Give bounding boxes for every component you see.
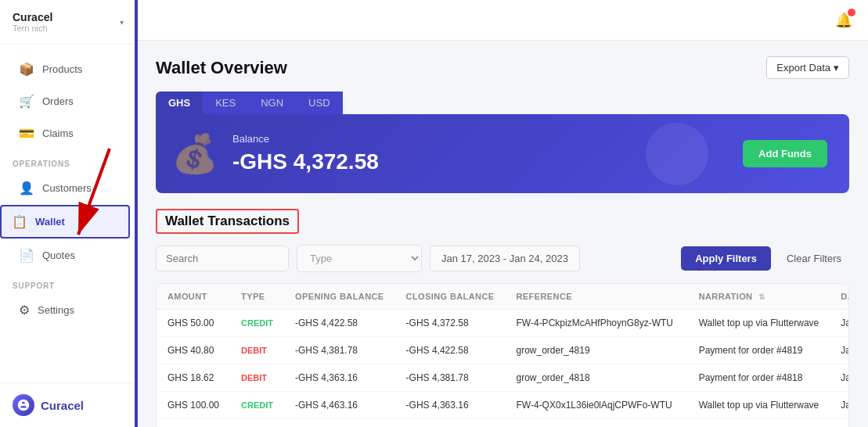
sidebar-item-products[interactable]: 📦 Products (6, 54, 130, 84)
card-bg-circle (646, 123, 708, 185)
cell-type: CREDIT (230, 419, 284, 428)
table-row: GHS 500.00 CREDIT -GHS 4,963.16 -GHS 4,4… (157, 419, 849, 428)
cell-narration: Wallet top up via Flutterwave (688, 392, 830, 419)
transactions-table: AMOUNT TYPE OPENING BALANCE CLOSING BALA… (157, 284, 849, 427)
curacel-logo-icon (13, 394, 34, 416)
add-funds-button[interactable]: Add Funds (743, 140, 827, 167)
col-closing: CLOSING BALANCE (395, 284, 506, 310)
search-input[interactable] (156, 246, 289, 271)
sidebar-item-quotes[interactable]: 📄 Quotes (6, 240, 130, 271)
sidebar-item-label: Wallet (35, 216, 65, 228)
cell-narration: Wallet top up via Flutterwave (688, 419, 830, 428)
cell-amount: GHS 100.00 (157, 392, 230, 419)
cell-opening: -GHS 4,381.78 (284, 337, 395, 364)
cell-amount: GHS 18.62 (157, 364, 230, 392)
col-date: DATE (830, 284, 849, 310)
sidebar-item-label: Orders (42, 95, 74, 107)
col-opening: OPENING BALANCE (284, 284, 395, 310)
settings-icon: ⚙ (19, 303, 30, 318)
cell-closing: -GHS 4,372.58 (395, 310, 506, 337)
table-header-row: AMOUNT TYPE OPENING BALANCE CLOSING BALA… (157, 284, 849, 310)
cell-reference: FW-4-QX0x1L36ie0lAqjCPWFo-WTU (506, 392, 688, 419)
cell-reference: FW-4-dFsUPkm3fRhKk7ozG463-WTU (506, 419, 688, 428)
cell-type: CREDIT (230, 392, 284, 419)
cell-narration: Payment for order #4819 (688, 337, 830, 364)
sidebar: Curacel Tern nich ▾ 📦 Products 🛒 Orders … (0, 0, 137, 427)
cell-type: CREDIT (230, 310, 284, 337)
col-amount: AMOUNT (157, 284, 230, 310)
sidebar-item-wallet[interactable]: 📋 Wallet (0, 205, 130, 239)
cell-closing: -GHS 4,381.78 (395, 364, 506, 392)
date-range-picker[interactable]: Jan 17, 2023 - Jan 24, 2023 (430, 246, 580, 271)
sidebar-item-customers[interactable]: 👤 Customers (6, 173, 130, 203)
orders-icon: 🛒 (19, 94, 34, 109)
table-row: GHS 40.80 DEBIT -GHS 4,381.78 -GHS 4,422… (157, 337, 849, 364)
cell-closing: -GHS 4,363.16 (395, 392, 506, 419)
topbar: 🔔 (137, 0, 868, 41)
claims-icon: 💳 (19, 126, 34, 141)
cell-amount: GHS 50.00 (157, 310, 230, 337)
cell-date: Jan 10, 2023 10:01 (830, 364, 849, 392)
filters-row: Type CREDIT DEBIT Jan 17, 2023 - Jan 24,… (156, 245, 849, 272)
sidebar-item-settings[interactable]: ⚙ Settings (6, 295, 130, 325)
cell-opening: -GHS 4,363.16 (284, 364, 395, 392)
cell-opening: -GHS 4,422.58 (284, 310, 395, 337)
sidebar-navigation: 📦 Products 🛒 Orders 💳 Claims OPERATIONS … (0, 45, 136, 382)
col-type: TYPE (230, 284, 284, 310)
sidebar-item-label: Products (42, 63, 82, 75)
notification-button[interactable]: 🔔 (835, 12, 852, 29)
cell-amount: GHS 40.80 (157, 337, 230, 364)
sort-icon: ⇅ (758, 292, 765, 301)
clear-filters-button[interactable]: Clear Filters (779, 246, 849, 271)
transactions-table-container: AMOUNT TYPE OPENING BALANCE CLOSING BALA… (156, 283, 849, 427)
transactions-section-title: Wallet Transactions (156, 209, 299, 234)
cell-type: DEBIT (230, 337, 284, 364)
balance-label: Balance (232, 133, 379, 145)
coins-icon: 💰 (171, 132, 218, 176)
sidebar-item-label: Claims (42, 127, 74, 139)
currency-tabs: GHS KES NGN USD (156, 92, 849, 114)
tab-ngn[interactable]: NGN (248, 92, 296, 114)
notification-badge (848, 9, 855, 16)
sidebar-brand[interactable]: Curacel Tern nich ▾ (0, 0, 136, 45)
products-icon: 📦 (19, 62, 34, 77)
brand-name: Curacel (13, 11, 52, 23)
sidebar-item-label: Customers (42, 182, 92, 194)
table-row: GHS 50.00 CREDIT -GHS 4,422.58 -GHS 4,37… (157, 310, 849, 337)
cell-date: Jan 12, 2023 09:01 (830, 337, 849, 364)
page-title: Wallet Overview (156, 58, 287, 78)
sidebar-footer: Curacel (0, 382, 136, 427)
cell-amount: GHS 500.00 (157, 419, 230, 428)
support-section-label: SUPPORT (0, 272, 136, 293)
cell-reference: grow_order_4818 (506, 364, 688, 392)
cell-narration: Payment for order #4818 (688, 364, 830, 392)
col-reference: REFERENCE (506, 284, 688, 310)
date-range-label: Jan 17, 2023 - Jan 24, 2023 (441, 253, 568, 264)
export-chevron-icon: ▾ (834, 62, 839, 74)
cell-reference: grow_order_4819 (506, 337, 688, 364)
export-label: Export Data (776, 62, 830, 74)
balance-amount: -GHS 4,372.58 (232, 149, 379, 174)
sidebar-item-label: Quotes (42, 249, 75, 261)
table-row: GHS 100.00 CREDIT -GHS 4,463.16 -GHS 4,3… (157, 392, 849, 419)
col-narration: NARRATION ⇅ (688, 284, 830, 310)
type-select[interactable]: Type CREDIT DEBIT (297, 245, 422, 272)
customers-icon: 👤 (19, 181, 34, 196)
wallet-card: 💰 Balance -GHS 4,372.58 Add Funds (156, 114, 849, 193)
cell-closing: -GHS 4,422.58 (395, 337, 506, 364)
cell-date: Jan 12, 2023 09:01 (830, 310, 849, 337)
apply-filters-button[interactable]: Apply Filters (681, 246, 771, 271)
cell-date: Jan 10, 2023 09:01 (830, 419, 849, 428)
tab-ghs[interactable]: GHS (156, 92, 203, 114)
sidebar-item-orders[interactable]: 🛒 Orders (6, 86, 130, 117)
cell-narration: Wallet top up via Flutterwave (688, 310, 830, 337)
operations-section-label: OPERATIONS (0, 150, 136, 171)
tab-usd[interactable]: USD (296, 92, 342, 114)
cell-opening: -GHS 4,463.16 (284, 392, 395, 419)
sidebar-item-claims[interactable]: 💳 Claims (6, 118, 130, 149)
tab-kes[interactable]: KES (203, 92, 248, 114)
cell-opening: -GHS 4,963.16 (284, 419, 395, 428)
export-data-button[interactable]: Export Data ▾ (766, 56, 849, 79)
table-row: GHS 18.62 DEBIT -GHS 4,363.16 -GHS 4,381… (157, 364, 849, 392)
page-header: Wallet Overview Export Data ▾ (156, 56, 849, 79)
